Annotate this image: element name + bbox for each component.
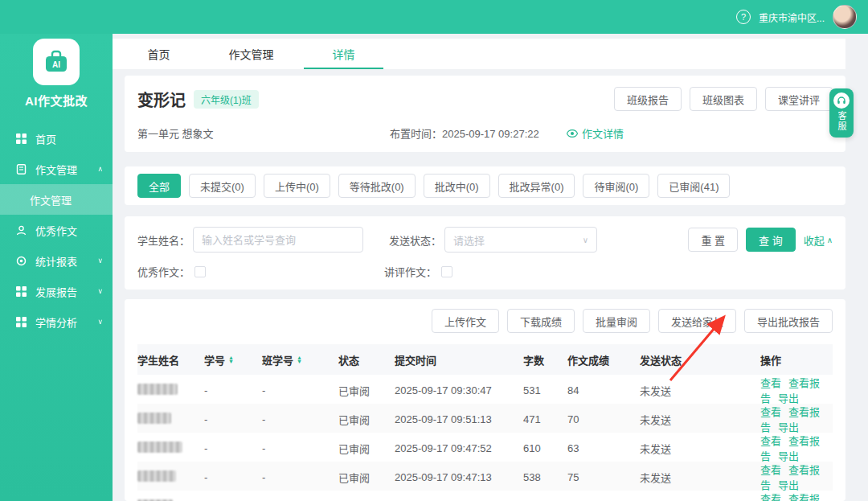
sidebar-subitem-essay-management[interactable]: 作文管理 <box>0 184 113 215</box>
status-tab-correction-error[interactable]: 批改异常(0) <box>498 174 575 198</box>
assign-time: 布置时间：2025-09-17 09:27:22 <box>390 125 567 141</box>
sidebar-item-statistics-reports[interactable]: 统计报表 ∨ <box>0 245 113 276</box>
view-link[interactable]: 查看 <box>760 493 781 501</box>
region-selector[interactable]: 重庆市渝中区... <box>759 10 825 24</box>
main-content: 首页 作文管理 详情 变形记 六年级(1)班 班级报告 班级图表 课堂讲评 第一… <box>113 34 868 501</box>
header-word-count: 字数 <box>523 352 567 368</box>
status-tab-not-submitted[interactable]: 未提交(0) <box>189 174 256 198</box>
export-link[interactable]: 导出 <box>778 450 799 462</box>
document-icon <box>16 164 28 175</box>
svg-text:AI: AI <box>52 60 60 69</box>
send-status-select[interactable]: 请选择 ∨ <box>444 227 597 253</box>
view-link[interactable]: 查看 <box>760 406 781 418</box>
collapse-toggle[interactable]: 收起 ∧ <box>804 232 833 248</box>
status-tab-pending-review[interactable]: 待审阅(0) <box>583 174 649 198</box>
app-title: AI作文批改 <box>0 92 113 109</box>
sidebar-item-development-reports[interactable]: 发展报告 ∨ <box>0 276 113 306</box>
sidebar-item-excellent-essays[interactable]: 优秀作文 <box>0 215 113 245</box>
essay-detail-link[interactable]: 作文详情 <box>567 125 624 141</box>
upload-essay-button[interactable]: 上传作文 <box>432 309 499 333</box>
header-class-no: 班学号▲▼ <box>262 352 338 368</box>
status-tab-reviewed[interactable]: 已审阅(41) <box>657 174 730 198</box>
status-filter-bar: 全部 未提交(0) 上传中(0) 等待批改(0) 批改中(0) 批改异常(0) … <box>125 166 845 205</box>
sort-icons[interactable]: ▲▼ <box>297 355 302 363</box>
header-student-name: 学生姓名 <box>137 352 204 368</box>
sidebar-item-label: 学情分析 <box>35 314 77 330</box>
sidebar-item-label: 作文管理 <box>35 162 77 177</box>
sidebar-item-essay-management[interactable]: 作文管理 ∧ <box>0 154 113 184</box>
class-report-button[interactable]: 班级报告 <box>614 87 682 111</box>
table-row: - - 已审阅 2025-09-17 09:51:13 471 70 未发送 查… <box>137 404 833 433</box>
user-avatar[interactable] <box>833 5 857 29</box>
tab-home[interactable]: 首页 <box>113 39 205 69</box>
reset-button[interactable]: 重 置 <box>688 228 738 252</box>
header-send-status: 发送状态 <box>640 352 760 368</box>
view-link[interactable]: 查看 <box>760 377 781 389</box>
batch-review-button[interactable]: 批量审阅 <box>583 309 650 333</box>
export-correction-report-button[interactable]: 导出批改报告 <box>744 309 833 333</box>
sidebar-subitem-label: 作文管理 <box>30 192 72 207</box>
send-to-parents-button[interactable]: 发送给家长 <box>658 309 736 333</box>
class-chart-button[interactable]: 班级图表 <box>690 87 757 111</box>
sidebar-item-learning-analysis[interactable]: 学情分析 ∨ <box>0 306 113 337</box>
tab-detail[interactable]: 详情 <box>297 39 390 69</box>
view-link[interactable]: 查看 <box>760 435 781 447</box>
tab-essay-management[interactable]: 作文管理 <box>205 39 297 69</box>
filter-card: 学生姓名： 发送状态： 请选择 ∨ 重 置 查 询 收起 ∧ <box>125 216 845 290</box>
essay-title: 变形记 <box>137 88 186 111</box>
download-scores-button[interactable]: 下载成绩 <box>507 309 575 333</box>
chevron-up-icon: ∧ <box>827 236 833 244</box>
table-row: - - 已审阅 2025-09-17 09:30:47 531 84 未发送 查… <box>137 375 833 404</box>
send-status-label: 发送状态： <box>389 232 441 248</box>
tabbar: 首页 作文管理 详情 <box>113 39 845 69</box>
table-row: - - 已审阅 2025-09-17 09:35:35 285 20 未发送 查… <box>137 491 833 501</box>
search-button[interactable]: 查 询 <box>746 228 796 252</box>
class-badge: 六年级(1)班 <box>194 90 259 109</box>
student-name-redacted <box>137 413 171 424</box>
review-essay-checkbox[interactable] <box>441 266 452 277</box>
table-body: - - 已审阅 2025-09-17 09:30:47 531 84 未发送 查… <box>137 375 833 501</box>
table-row: - - 已审阅 2025-09-17 09:47:52 610 63 未发送 查… <box>137 433 833 462</box>
export-link[interactable]: 导出 <box>778 421 799 433</box>
essay-unit: 第一单元 想象文 <box>137 125 390 141</box>
student-name-redacted <box>137 441 182 453</box>
classroom-review-button[interactable]: 课堂讲评 <box>765 87 833 111</box>
target-icon <box>16 256 28 266</box>
essay-info-card: 变形记 六年级(1)班 班级报告 班级图表 课堂讲评 第一单元 想象文 布置时间… <box>125 76 845 152</box>
customer-service-button[interactable]: 客服 <box>829 88 854 138</box>
table-header: 学生姓名 学号▲▼ 班学号▲▼ 状态 提交时间 字数 作文成绩 发送状态 操作 <box>137 344 833 375</box>
student-name-label: 学生姓名： <box>137 232 190 248</box>
header-actions: 操作 <box>760 352 833 368</box>
help-icon[interactable]: ? <box>736 10 751 24</box>
header-status: 状态 <box>338 352 395 368</box>
sidebar-item-home[interactable]: 首页 <box>0 123 113 154</box>
review-essay-label: 讲评作文： <box>384 264 436 279</box>
status-tab-all[interactable]: 全部 <box>137 174 181 198</box>
headset-icon <box>833 92 850 109</box>
view-link[interactable]: 查看 <box>760 464 781 476</box>
chevron-down-icon: ∨ <box>97 287 103 295</box>
sidebar: AI AI作文批改 首页 作文管理 ∧ 作文管理 <box>0 34 113 501</box>
export-link[interactable]: 导出 <box>778 479 799 491</box>
export-link[interactable]: 导出 <box>778 392 799 404</box>
chevron-down-icon: ∨ <box>97 318 103 326</box>
status-tab-uploading[interactable]: 上传中(0) <box>264 174 330 198</box>
status-tab-correcting[interactable]: 批改中(0) <box>424 174 490 198</box>
app-window: ? 重庆市渝中区... AI AI作文批改 首页 <box>0 0 868 501</box>
sidebar-item-label: 发展报告 <box>35 284 77 299</box>
table-row: - - 已审阅 2025-09-17 09:47:13 538 75 未发送 查… <box>137 462 833 491</box>
app-logo: AI <box>33 39 80 85</box>
status-tab-waiting-correction[interactable]: 等待批改(0) <box>338 174 416 198</box>
excellent-essay-checkbox[interactable] <box>194 266 206 277</box>
grid-icon <box>16 286 28 297</box>
table-toolbar: 上传作文 下载成绩 批量审阅 发送给家长 导出批改报告 <box>137 309 833 333</box>
sidebar-item-label: 优秀作文 <box>35 223 77 238</box>
results-table-card: 上传作文 下载成绩 批量审阅 发送给家长 导出批改报告 学生姓名 学号▲▼ 班学… <box>125 299 845 501</box>
topbar: ? 重庆市渝中区... <box>0 0 868 34</box>
grid-icon <box>16 317 28 327</box>
student-name-input[interactable] <box>193 227 363 253</box>
grid-icon <box>16 133 28 144</box>
sidebar-item-label: 首页 <box>35 131 56 146</box>
sort-icons[interactable]: ▲▼ <box>228 355 234 363</box>
eye-icon <box>567 129 578 138</box>
